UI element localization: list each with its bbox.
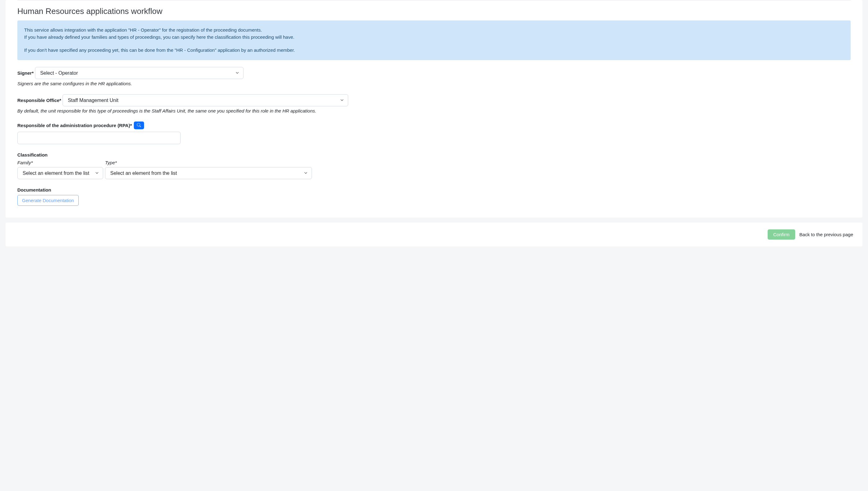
signer-group: Signer* Select - Operator Signers are th… [17,67,851,86]
documentation-label: Documentation [17,187,51,193]
office-group: Responsible Office* Staff Management Uni… [17,94,851,113]
confirm-button[interactable]: Confirm [768,229,795,240]
rpa-search-button[interactable] [134,121,144,129]
rpa-label: Responsible of the administration proced… [17,123,132,128]
family-label: Family* [17,160,103,165]
documentation-group: Documentation Generate Documentation [17,187,851,206]
classification-group: Classification Family* Select an element… [17,152,851,179]
rpa-group: Responsible of the administration proced… [17,121,851,144]
generate-documentation-button[interactable]: Generate Documentation [17,195,79,206]
rpa-input[interactable] [17,132,181,144]
banner-line-2: If you have already defined your familie… [24,34,844,41]
office-help: By default, the unit responsible for thi… [17,108,851,113]
back-link[interactable]: Back to the previous page [800,232,853,237]
search-icon [137,123,141,128]
signer-label: Signer* [17,70,34,76]
signer-select[interactable]: Select - Operator [35,67,244,79]
type-label: Type* [105,160,312,165]
family-select[interactable]: Select an element from the list [17,167,103,179]
classification-label: Classification [17,152,48,157]
top-divider [17,0,851,0]
office-select[interactable]: Staff Management Unit [63,94,348,106]
signer-help: Signers are the same configures in the H… [17,81,851,86]
banner-line-1: This service allows integration with the… [24,27,844,34]
main-card: Human Resources applications workflow Th… [6,0,862,218]
section-heading: Human Resources applications workflow [17,6,851,16]
type-select[interactable]: Select an element from the list [105,167,312,179]
banner-line-3: If you don't have specified any proceedi… [24,47,844,54]
office-label: Responsible Office* [17,98,61,103]
footer-card: Confirm Back to the previous page [6,223,862,247]
info-banner: This service allows integration with the… [17,21,851,60]
